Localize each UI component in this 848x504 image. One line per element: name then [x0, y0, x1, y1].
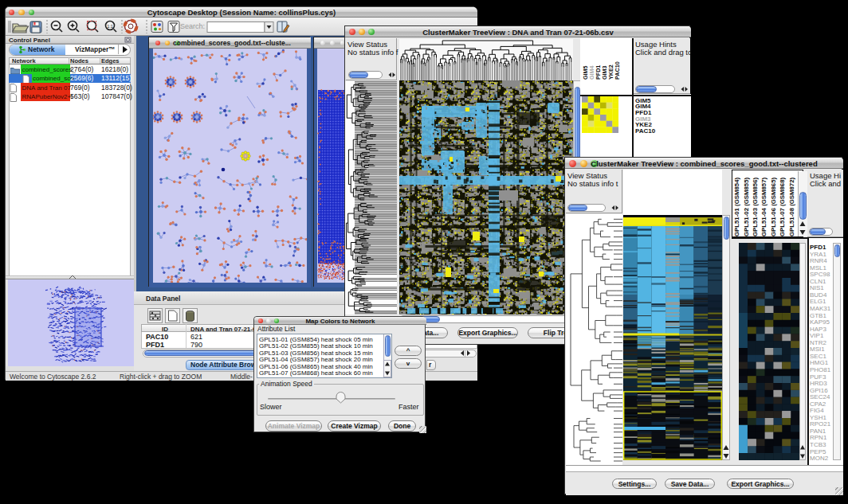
svg-text:GPL51-02 (GSM855): GPL51-02 (GSM855) [743, 177, 750, 236]
svg-text:GPL51-07 (GSM868): GPL51-07 (GSM868) [779, 177, 786, 236]
svg-text:Search:: Search: [180, 22, 205, 30]
svg-text:GPL51-06 (GSM865): GPL51-06 (GSM865) [770, 177, 777, 236]
svg-text:GPL51-08 (GSM872): GPL51-08 (GSM872) [788, 177, 795, 236]
svg-text:GPL51-03 (GSM856): GPL51-03 (GSM856) [752, 177, 759, 236]
svg-text:GPL51-04 (GSM857): GPL51-04 (GSM857) [760, 177, 768, 236]
svg-text:1:1: 1:1 [107, 24, 113, 29]
svg-text:PAC10: PAC10 [614, 61, 621, 80]
svg-text:GPL51-01 (GSM854): GPL51-01 (GSM854) [733, 177, 740, 236]
